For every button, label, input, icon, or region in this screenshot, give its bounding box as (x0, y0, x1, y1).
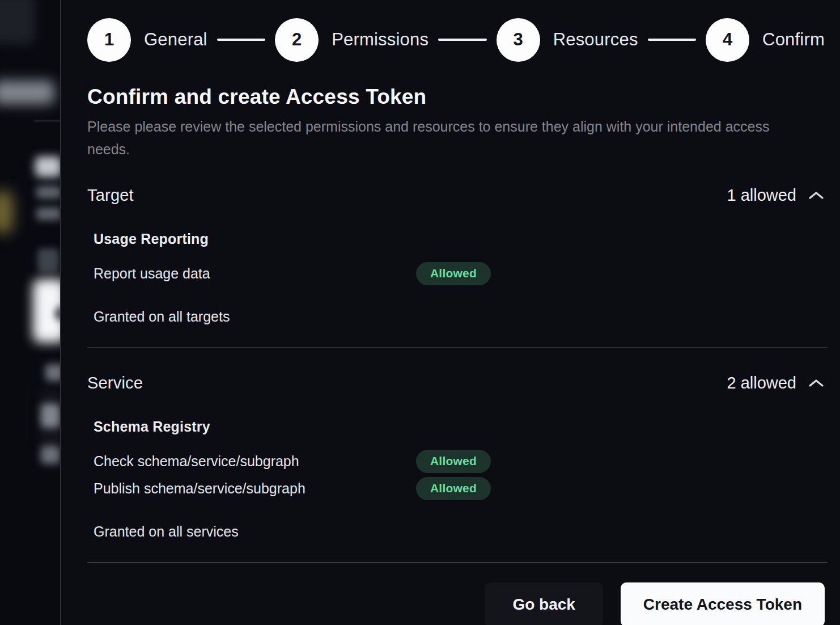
allowed-count: 1 allowed (727, 186, 796, 205)
permission-label: Publish schema/service/subgraph (94, 480, 416, 497)
chevron-up-icon[interactable] (808, 378, 825, 389)
permission-label: Report usage data (94, 265, 416, 282)
step-confirm[interactable]: 4 Confirm (706, 18, 825, 62)
go-back-button[interactable]: Go back (485, 582, 603, 625)
permission-group-schema-registry: Schema Registry Check schema/service/sub… (94, 419, 825, 500)
step-connector-line (438, 39, 486, 41)
step-number-circle: 2 (275, 18, 319, 62)
chevron-up-icon[interactable] (808, 190, 825, 201)
section-title: Target (87, 186, 134, 205)
page-subtitle: Please please review the selected permis… (87, 115, 787, 161)
status-badge: Allowed (416, 477, 491, 500)
permission-row: Publish schema/service/subgraph Allowed (94, 477, 825, 500)
status-badge: Allowed (416, 262, 491, 285)
permission-label: Check schema/service/subgraph (94, 453, 416, 470)
granted-note: Granted on all targets (94, 309, 825, 325)
step-number-circle: 3 (497, 18, 540, 62)
create-access-token-button[interactable]: Create Access Token (621, 582, 825, 625)
modal-footer: Go back Create Access Token (87, 582, 825, 625)
step-connector-line (217, 39, 265, 41)
group-title: Schema Registry (94, 419, 825, 435)
blurred-section-label (0, 81, 54, 104)
blurred-list-item (41, 404, 60, 428)
section-header-service[interactable]: Service 2 allowed (87, 374, 825, 392)
create-access-token-modal: 1 General 2 Permissions 3 Resources 4 Co… (60, 0, 840, 625)
blurred-text-line (36, 208, 60, 220)
blurred-sidebar-background (0, 0, 60, 625)
permission-row: Report usage data Allowed (94, 262, 825, 285)
step-permissions[interactable]: 2 Permissions (275, 18, 429, 62)
group-title: Usage Reporting (94, 231, 825, 247)
allowed-count: 2 allowed (727, 374, 796, 392)
section-title: Service (87, 374, 143, 392)
page-title: Confirm and create Access Token (87, 85, 825, 109)
permission-row: Check schema/service/subgraph Allowed (94, 450, 825, 472)
blurred-icon-tile (37, 248, 59, 272)
granted-note: Granted on all services (94, 523, 825, 540)
step-label: Resources (553, 29, 638, 50)
step-number-circle: 4 (706, 18, 749, 62)
section-summary-area: 1 allowed (727, 186, 825, 205)
step-resources[interactable]: 3 Resources (497, 18, 638, 62)
step-label: Permissions (332, 29, 429, 50)
status-badge: Allowed (416, 450, 491, 473)
section-header-target[interactable]: Target 1 allowed (87, 186, 825, 205)
blurred-logo-box (0, 0, 35, 44)
permission-rows: Report usage data Allowed (94, 262, 825, 285)
permission-group-usage-reporting: Usage Reporting Report usage data Allowe… (94, 231, 825, 285)
blurred-divider (34, 120, 60, 121)
step-label: Confirm (762, 29, 825, 50)
section-divider (87, 347, 828, 348)
step-connector-line (648, 39, 696, 41)
footer-divider (87, 562, 828, 563)
screen: 1 General 2 Permissions 3 Resources 4 Co… (0, 0, 840, 625)
blurred-list-item (41, 446, 60, 464)
section-summary-area: 2 allowed (727, 374, 825, 392)
blurred-yellow-element (0, 192, 12, 233)
step-number-circle: 1 (87, 18, 131, 62)
permission-rows: Check schema/service/subgraph Allowed Pu… (94, 450, 825, 500)
blurred-heading-text (35, 157, 60, 177)
blurred-list-item (45, 364, 60, 381)
step-general[interactable]: 1 General (87, 18, 207, 62)
stepper: 1 General 2 Permissions 3 Resources 4 Co… (87, 18, 825, 62)
step-label: General (144, 29, 207, 50)
blurred-text-line (36, 186, 60, 199)
